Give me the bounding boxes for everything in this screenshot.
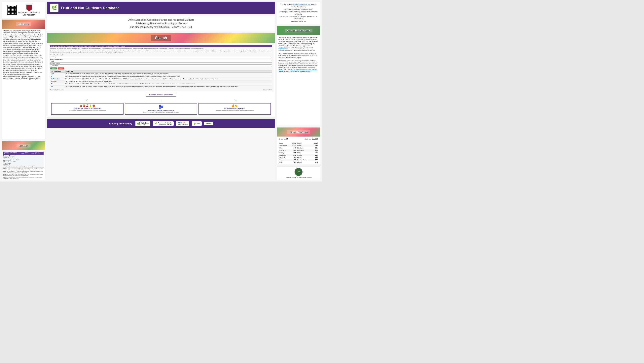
crop-name-cell: Apple xyxy=(279,142,290,145)
cultivar-desc-cell: Orig. in China; brought into the U.S. in… xyxy=(64,73,272,75)
crop-select[interactable]: - All Crops - xyxy=(50,56,272,58)
crop-count-cell: 270 xyxy=(290,154,296,156)
browse-content: Fruit and Nut Cultivars Database Home Br… xyxy=(2,150,45,180)
browse-nav: Fruit and Nut Cultivars Database Home Br… xyxy=(4,152,44,155)
browse-nav-crops: Browse Crops xyxy=(25,152,31,154)
app-welcome-text: Welcome to the Fruit and Nut Cultivars D… xyxy=(50,48,272,49)
browse-header: Browse xyxy=(2,141,45,150)
wsu-name-line2: UNIVERSITY xyxy=(18,14,40,16)
crop-name-cell: Nectarine xyxy=(279,149,290,152)
search-btn-row: Search Reset xyxy=(50,68,272,70)
crop-name-cell: Plum xyxy=(279,147,290,149)
app-welcome-text2: The Fruit and Nut Cultivars Database col… xyxy=(50,50,272,54)
wsu-shield-icon xyxy=(26,5,32,11)
pagination[interactable]: Previous 1 Next xyxy=(264,89,272,90)
data-table-row: Date145Almond126 xyxy=(279,161,318,164)
crop-name-cell: Citrus xyxy=(279,159,290,161)
search-button[interactable]: Search xyxy=(50,68,57,70)
app-nav-contribute: How to Contribute xyxy=(95,46,104,47)
browse-item-apricot: • Apricot (2) xyxy=(4,164,44,165)
gdv-title: Genome Database for Vaccinium xyxy=(148,110,174,111)
about-title: About the Register xyxy=(284,29,312,33)
citrus-icons: 🍊 🍋 xyxy=(232,105,238,107)
gdr-apple-icon: 🍎 xyxy=(92,105,95,107)
ext-ref-citrus[interactable]: 🍊 🍋 Citrus Genome Database Resources for… xyxy=(198,103,271,115)
app-nav-logout: Log out xyxy=(121,46,125,47)
ext-ref-gdv[interactable]: 🫐 Genome Database for Vaccinium Genome d… xyxy=(125,103,197,115)
cultivar-name-cell: Shui men xyxy=(50,80,64,83)
table-row: SoOrig. in China; brought into the U.S. … xyxy=(50,83,272,85)
showing-text: Showing 1 to 6 of 6 entries xyxy=(50,89,64,90)
external-refs-label-row: External cultivar references xyxy=(49,93,273,97)
cultivars-label: Cultivars xyxy=(305,138,311,140)
gdv-icons: 🫐 xyxy=(158,105,164,109)
reset-button[interactable]: Reset xyxy=(58,68,64,70)
search-title: Search xyxy=(151,35,171,41)
data-table: Apple1,611Peach1,569Strawberry1,112Grape… xyxy=(279,142,318,164)
crop-name-cell: Blackberry xyxy=(279,154,290,156)
cultivar-name-cell: Mu Shing Hong xyxy=(50,78,64,80)
browse-item-apple: • Apple (1616) xyxy=(4,163,44,164)
col-header-name: CULTIVAR NAME xyxy=(50,71,64,73)
crop-count-cell: 203 xyxy=(312,154,318,156)
search-form-row3: Or Select Cultivar - All Cultivars - xyxy=(50,63,272,67)
app-nav-account: My account xyxy=(113,46,119,47)
cultivar-name-cell: Lang xyxy=(50,73,64,75)
cultivar-name-input[interactable]: Lang xyxy=(50,60,272,63)
gdv-blueberry-icon: 🫐 xyxy=(158,105,164,109)
total-cultivars: Cultivars 11,636 xyxy=(305,138,318,140)
gdr-subtitle: Resources for Rosaceae Research Discover… xyxy=(69,110,106,111)
citrus-orange-icon: 🍊 xyxy=(232,105,234,107)
total-crops: Crops 128 xyxy=(279,138,288,140)
table-row: Mu Shing HongOrig. in China; brought int… xyxy=(50,78,272,80)
cultivar-name-cell: So xyxy=(50,83,64,85)
funding-nifa: 🌾 NIFA xyxy=(192,121,202,126)
crop-count-cell: 296 xyxy=(312,152,318,154)
search-app-screenshot: Fruit and Nut Cultivars Database Home Br… xyxy=(49,44,273,91)
arrow-left: ↙ xyxy=(85,98,88,102)
crop-count-cell: 202 xyxy=(290,156,296,159)
ashs-link[interactable]: American Society for Horticultural Scien… xyxy=(289,69,317,70)
nifa-name: NIFA xyxy=(197,123,200,124)
about-para1: Two pomologists at the University of Cal… xyxy=(278,36,318,51)
cultivar-select-label: Or Select Cultivar xyxy=(50,63,272,64)
funding-ashs: 🌱 American Society forHorticultural Scie… xyxy=(153,121,174,126)
cultivar-name-cell: Li xyxy=(50,75,64,78)
cultivar-select[interactable]: - All Cultivars - xyxy=(50,65,272,67)
gdv-subtitle: Genome database for blueberry, cranberry… xyxy=(143,112,179,113)
subtitle-line1: Online Accessible Collection of Crops an… xyxy=(128,19,194,21)
crop-count-cell: 1,112 xyxy=(290,145,296,147)
data-totals: Crops 128 Cultivars 11,636 xyxy=(279,138,318,141)
data-content: Crops 128 Cultivars 11,636 Apple1,611Pea… xyxy=(277,137,320,165)
crop-name-cell: Date xyxy=(279,161,290,164)
table-row: YuOrig. in China; brought into the U.S. … xyxy=(50,85,272,88)
crop-count-cell: 1,611 xyxy=(290,142,296,145)
crop-count-cell: 190 xyxy=(312,156,318,159)
hortscience-link[interactable]: HortScience xyxy=(278,47,286,49)
search-content: Fruit and Nut Cultivars Database Home Br… xyxy=(47,43,275,117)
cultivar-name-group: Enter a Cultivar Name Lang xyxy=(50,59,272,63)
data-overview-title: Data Overview xyxy=(287,130,310,134)
subtitle-line3: and American Society for Horticultural S… xyxy=(130,26,192,29)
ashs-full-name: American Society for Horticultural Scien… xyxy=(286,177,312,179)
main-title: Fruit and Nut Cultivars Database xyxy=(61,6,120,10)
subtitle-line2: Published by The American Pomological So… xyxy=(136,22,186,25)
ashs-name: American Society forHorticultural Scienc… xyxy=(158,122,172,125)
crop-name-cell: Pear xyxy=(296,152,312,154)
gdr-peach-icon: 🍑 xyxy=(83,105,86,107)
about-text: Two pomologists at the University of Cal… xyxy=(277,35,320,74)
aps-name: AmericanPomologicalSociety xyxy=(140,121,149,126)
author-email-link[interactable]: katheryn.buble@wsu.edu xyxy=(292,4,310,5)
cultivar-name-cell: Yu xyxy=(50,85,64,88)
table-row: Shui menOrig. in China; ... in 1924. Fru… xyxy=(50,80,272,83)
crop-name-cell: Avocado xyxy=(279,156,290,159)
cultivar-desc-cell: Orig. in China; ... in 1924. Fruit size … xyxy=(64,80,272,83)
wsu-name-line1: WASHINGTON STATE xyxy=(18,12,40,14)
browse-cultivar-amber: Amber Orig. in Chilliwack, British Colum… xyxy=(2,177,44,179)
ext-ref-gdr[interactable]: 🍓 🍑 🍒 🍐 🍎 Genome Database for Rosaceae R… xyxy=(51,103,124,115)
search-header: Search xyxy=(47,33,275,43)
citrus-title: Citrus Genome Database xyxy=(224,108,245,109)
aps-icon: 🌿 xyxy=(137,122,140,125)
authors-line4: Clemson, SC, ³University of California, … xyxy=(278,15,318,20)
about-section: About the Register Two pomologists at th… xyxy=(277,26,320,126)
